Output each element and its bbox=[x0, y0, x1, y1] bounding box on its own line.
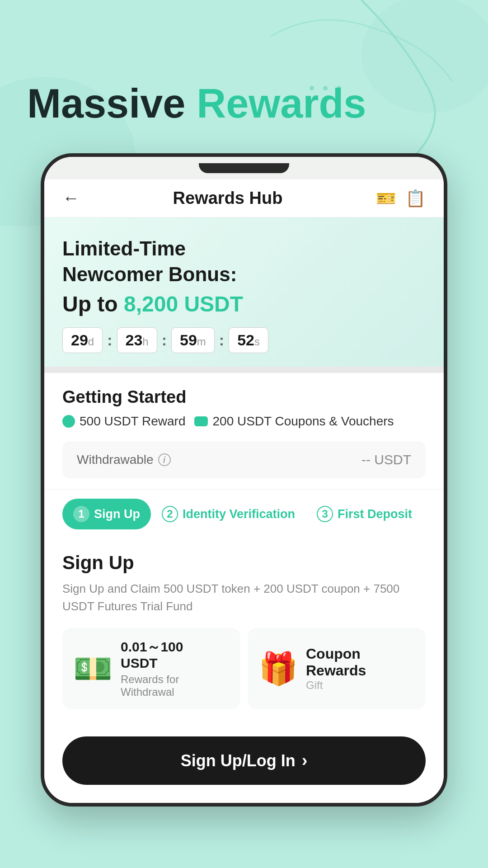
banner-amount-prefix: Up to bbox=[62, 292, 124, 316]
phone-top-bar bbox=[44, 157, 444, 179]
signup-card: Sign Up Sign Up and Claim 500 USDT token… bbox=[44, 538, 444, 726]
reward-card-cash: 💵 0.01～100 USDT Rewards for Withdrawal bbox=[62, 628, 240, 709]
banner-title-line1: Limited-Time bbox=[62, 237, 186, 259]
step-circle-1: 1 bbox=[73, 506, 89, 522]
banner-amount-value: 8,200 USDT bbox=[124, 292, 243, 316]
step-tab-signup[interactable]: 1 Sign Up bbox=[62, 499, 151, 529]
banner-title: Limited-Time Newcomer Bonus: bbox=[62, 236, 426, 287]
reward-info-coupon: Coupon Rewards Gift bbox=[306, 646, 415, 692]
phone-notch bbox=[199, 163, 289, 173]
withdrawable-box: Withdrawable i -- USDT bbox=[62, 441, 426, 478]
reward-card-coupon: 🎁 Coupon Rewards Gift bbox=[248, 628, 426, 709]
banner-section: Limited-Time Newcomer Bonus: Up to 8,200… bbox=[44, 217, 444, 367]
banner-title-line2: Newcomer Bonus: bbox=[62, 263, 237, 285]
withdrawable-text: Withdrawable bbox=[77, 453, 154, 467]
countdown-sep-3: : bbox=[219, 331, 224, 349]
signup-card-desc: Sign Up and Claim 500 USDT token + 200 U… bbox=[62, 580, 426, 615]
gift-emoji-icon: 🎁 bbox=[258, 653, 298, 684]
cash-emoji-icon: 💵 bbox=[73, 653, 113, 684]
page-headline: Massive Rewards bbox=[0, 0, 488, 144]
step-tab-deposit[interactable]: 3 First Deposit bbox=[306, 499, 423, 529]
rewards-row: 💵 0.01～100 USDT Rewards for Withdrawal 🎁… bbox=[62, 628, 426, 709]
getting-started-title: Getting Started bbox=[62, 387, 426, 407]
step-label-identity: Identity Verification bbox=[183, 507, 295, 521]
signup-login-button[interactable]: Sign Up/Log In › bbox=[62, 736, 426, 785]
steps-tabs: 1 Sign Up 2 Identity Verification 3 Firs… bbox=[44, 489, 444, 538]
badge-coupon: 200 USDT Coupons & Vouchers bbox=[194, 414, 394, 429]
section-divider-1 bbox=[44, 367, 444, 373]
step-label-signup: Sign Up bbox=[94, 507, 140, 521]
withdrawable-value: -- USDT bbox=[361, 452, 411, 467]
getting-started-badges: 500 USDT Reward 200 USDT Coupons & Vouch… bbox=[62, 414, 426, 429]
countdown: 29d : 23h : 59m : 52s bbox=[62, 327, 426, 353]
ticket-badge-icon bbox=[194, 416, 208, 426]
badge-reward-label: 500 USDT Reward bbox=[80, 414, 185, 429]
reward-sub-label: Rewards for Withdrawal bbox=[121, 673, 230, 698]
green-dot-icon bbox=[62, 415, 75, 428]
coupon-reward-type: Gift bbox=[306, 679, 415, 692]
headline-highlight: Rewards bbox=[197, 81, 366, 126]
back-button[interactable]: ← bbox=[62, 189, 80, 208]
step-circle-2: 2 bbox=[162, 506, 178, 522]
countdown-hours: 23h bbox=[117, 327, 157, 353]
countdown-sep-1: : bbox=[107, 331, 112, 349]
arrow-icon: › bbox=[302, 751, 308, 770]
phone-frame: ← Rewards Hub 🎫 📋 Limited-Time Newcomer … bbox=[41, 153, 447, 807]
countdown-days: 29d bbox=[62, 327, 103, 353]
clipboard-icon[interactable]: 📋 bbox=[405, 189, 426, 208]
app-header: ← Rewards Hub 🎫 📋 bbox=[44, 179, 444, 217]
step-tab-identity[interactable]: 2 Identity Verification bbox=[151, 499, 306, 529]
badge-reward: 500 USDT Reward bbox=[62, 414, 185, 429]
badge-coupon-label: 200 USDT Coupons & Vouchers bbox=[212, 414, 394, 429]
countdown-minutes: 59m bbox=[171, 327, 215, 353]
banner-amount: Up to 8,200 USDT bbox=[62, 292, 426, 316]
getting-started-section: Getting Started 500 USDT Reward 200 USDT… bbox=[44, 373, 444, 489]
step-label-deposit: First Deposit bbox=[338, 507, 412, 521]
step-circle-3: 3 bbox=[317, 506, 333, 522]
reward-amount-value: 0.01～100 USDT bbox=[121, 639, 230, 671]
info-icon[interactable]: i bbox=[158, 453, 171, 466]
signup-card-title: Sign Up bbox=[62, 552, 426, 574]
header-icons: 🎫 📋 bbox=[376, 189, 426, 208]
headline-prefix: Massive bbox=[27, 81, 197, 126]
reward-info-cash: 0.01～100 USDT Rewards for Withdrawal bbox=[121, 639, 230, 698]
withdrawable-label: Withdrawable i bbox=[77, 453, 171, 467]
ticket-icon[interactable]: 🎫 bbox=[376, 189, 396, 208]
bottom-btn-area: Sign Up/Log In › bbox=[44, 726, 444, 803]
coupon-reward-name: Coupon Rewards bbox=[306, 646, 415, 679]
header-title: Rewards Hub bbox=[173, 189, 283, 208]
countdown-seconds: 52s bbox=[229, 327, 268, 353]
signup-btn-label: Sign Up/Log In bbox=[181, 751, 296, 770]
countdown-sep-2: : bbox=[162, 331, 167, 349]
